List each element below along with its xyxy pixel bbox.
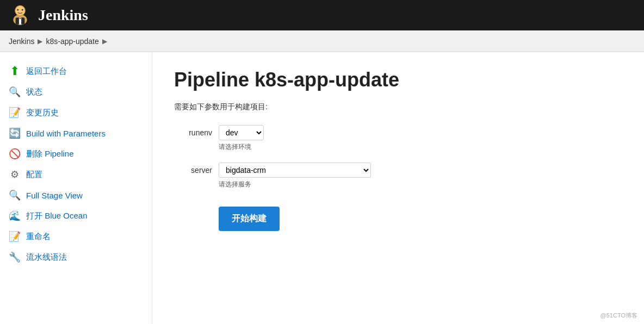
breadcrumb-jenkins[interactable]: Jenkins	[9, 37, 34, 46]
sidebar-item-config[interactable]: ⚙ 配置	[0, 164, 152, 185]
sidebar-label-build-with-parameters: Build with Parameters	[26, 129, 106, 138]
main-layout: ⬆ 返回工作台 🔍 状态 📝 变更历史 🔄 Build with Paramet…	[0, 52, 644, 324]
watermark: @51CTO博客	[600, 311, 637, 320]
sidebar-label-delete-pipeline: 删除 Pipeline	[26, 149, 74, 159]
sidebar-label-config: 配置	[26, 170, 42, 180]
config-icon: ⚙	[9, 169, 21, 180]
main-content: Pipeline k8s-app-update 需要如下参数用于构建项目: ru…	[152, 52, 644, 324]
breadcrumb-sep-1: ▶	[38, 38, 42, 45]
server-label: server	[174, 166, 212, 175]
page-title: Pipeline k8s-app-update	[174, 68, 622, 91]
build-submit-button[interactable]: 开始构建	[219, 207, 280, 231]
runenv-label: runenv	[174, 128, 212, 137]
server-select[interactable]: bigdata-crm bigdata-api bigdata-web	[219, 163, 371, 178]
app-header: Jenkins	[0, 0, 644, 30]
history-icon: 📝	[9, 107, 21, 119]
svg-point-3	[17, 9, 18, 11]
status-icon: 🔍	[9, 86, 21, 98]
sidebar-item-pipeline-syntax[interactable]: 🔧 流水线语法	[0, 247, 152, 267]
breadcrumb-sep-2: ▶	[102, 38, 107, 45]
sidebar-label-change-history: 变更历史	[26, 108, 59, 118]
server-hint: 请选择服务	[219, 180, 622, 189]
sidebar-label-rename: 重命名	[26, 232, 51, 242]
build-params-icon: 🔄	[9, 127, 21, 139]
blue-ocean-icon: 🌊	[9, 210, 21, 222]
runenv-select[interactable]: dev test prod	[219, 125, 264, 140]
sidebar-item-rename[interactable]: 📝 重命名	[0, 226, 152, 247]
rename-icon: 📝	[9, 230, 21, 242]
up-arrow-icon: ⬆	[9, 65, 21, 77]
delete-icon: 🚫	[9, 148, 21, 160]
form-subtitle: 需要如下参数用于构建项目:	[174, 102, 622, 112]
sidebar-label-return-workspace: 返回工作台	[26, 66, 67, 77]
runenv-form-group: runenv dev test prod 请选择环境	[174, 125, 622, 152]
sidebar-item-change-history[interactable]: 📝 变更历史	[0, 102, 152, 123]
syntax-icon: 🔧	[9, 251, 21, 263]
sidebar-label-pipeline-syntax: 流水线语法	[26, 252, 67, 263]
server-form-row: server bigdata-crm bigdata-api bigdata-w…	[174, 163, 622, 178]
breadcrumb: Jenkins ▶ k8s-app-update ▶	[0, 30, 644, 52]
sidebar-item-open-blue-ocean[interactable]: 🌊 打开 Blue Ocean	[0, 205, 152, 226]
jenkins-logo-icon	[9, 4, 32, 27]
runenv-form-row: runenv dev test prod	[174, 125, 622, 140]
server-form-group: server bigdata-crm bigdata-api bigdata-w…	[174, 163, 622, 189]
stage-view-icon: 🔍	[9, 189, 21, 201]
svg-point-4	[22, 9, 23, 11]
sidebar-item-return-workspace[interactable]: ⬆ 返回工作台	[0, 61, 152, 82]
svg-point-2	[16, 6, 25, 15]
sidebar-item-status[interactable]: 🔍 状态	[0, 82, 152, 102]
sidebar-label-full-stage-view: Full Stage View	[26, 191, 83, 200]
sidebar-label-open-blue-ocean: 打开 Blue Ocean	[26, 211, 88, 221]
breadcrumb-pipeline[interactable]: k8s-app-update	[46, 37, 98, 46]
sidebar-item-full-stage-view[interactable]: 🔍 Full Stage View	[0, 185, 152, 205]
sidebar-item-build-with-parameters[interactable]: 🔄 Build with Parameters	[0, 123, 152, 144]
app-title: Jenkins	[38, 7, 88, 24]
sidebar: ⬆ 返回工作台 🔍 状态 📝 变更历史 🔄 Build with Paramet…	[0, 52, 152, 324]
sidebar-label-status: 状态	[26, 87, 42, 97]
sidebar-item-delete-pipeline[interactable]: 🚫 删除 Pipeline	[0, 144, 152, 164]
runenv-hint: 请选择环境	[219, 142, 622, 152]
